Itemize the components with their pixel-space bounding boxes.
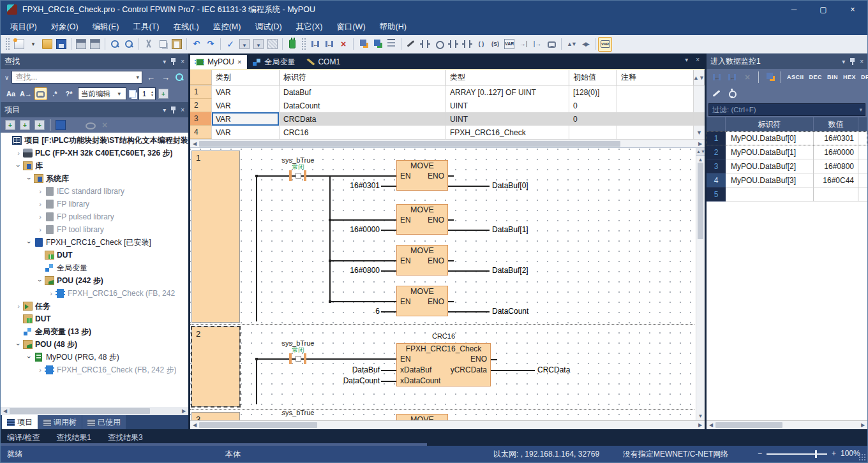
comment-bubble-button[interactable] bbox=[544, 37, 558, 52]
monitor-pin-icon[interactable] bbox=[850, 58, 855, 65]
tree-item[interactable]: ›FPXH_CRC16_Check [已安装] bbox=[1, 236, 188, 249]
variable-row[interactable]: 1VARDataBufARRAY [0..127] OF UINT[128(0)… bbox=[190, 85, 705, 99]
tree-item[interactable]: ›FPXH_CRC16_Check (FB, 242 步) bbox=[1, 364, 188, 376]
tab-close-icon[interactable]: × bbox=[237, 58, 241, 66]
ladder-vscrollbar[interactable]: ▲▼ ▲ ▼ bbox=[696, 148, 705, 420]
resize-grip[interactable] bbox=[858, 453, 866, 461]
menu-item[interactable]: 窗口(W) bbox=[329, 19, 372, 35]
monitor-insert-row-below-button[interactable] bbox=[725, 70, 739, 85]
redo-button[interactable]: ↷ bbox=[204, 37, 218, 52]
paste-button[interactable] bbox=[170, 37, 184, 52]
menu-item[interactable]: 帮助(H) bbox=[373, 19, 414, 35]
split-view-handle[interactable]: ▲▼ bbox=[696, 148, 705, 156]
scrollbar-track[interactable] bbox=[694, 99, 705, 112]
variable-cell[interactable]: 4 bbox=[190, 126, 212, 139]
save-project-button[interactable] bbox=[54, 37, 68, 52]
network-margin-3[interactable]: 3 bbox=[191, 412, 240, 420]
minimize-button[interactable]: ─ bbox=[779, 1, 809, 18]
set-reset-coil-button[interactable]: (S) bbox=[488, 37, 502, 52]
object-layers-button[interactable] bbox=[356, 37, 370, 52]
network-margin-2[interactable]: 2 bbox=[191, 327, 240, 407]
variable-box-button[interactable]: VAR bbox=[502, 37, 516, 52]
match-case-button[interactable]: Aa bbox=[4, 87, 17, 100]
scrollbar-track[interactable] bbox=[694, 85, 705, 99]
tree-expander-icon[interactable]: › bbox=[26, 238, 33, 247]
verify-program-button[interactable] bbox=[266, 37, 280, 52]
monitor-row[interactable]: 5 bbox=[707, 187, 867, 202]
dock-tab-查找结果3[interactable]: 查找结果3 bbox=[108, 432, 143, 443]
variable-cell[interactable] bbox=[617, 112, 694, 126]
tree-item[interactable]: ›POU (242 步) bbox=[1, 274, 188, 287]
monitor-value[interactable]: 16#0C44 bbox=[814, 173, 858, 187]
scrollbar-thumb[interactable] bbox=[199, 141, 620, 147]
variable-cell[interactable]: UINT bbox=[446, 99, 569, 112]
tree-expander-icon[interactable]: › bbox=[15, 161, 22, 170]
project-collapse-icon[interactable]: ▾ bbox=[163, 107, 166, 114]
print-preview-button[interactable] bbox=[74, 37, 88, 52]
find-button[interactable] bbox=[108, 37, 122, 52]
scroll-right-icon[interactable]: ▶ bbox=[858, 422, 867, 428]
cut-button[interactable] bbox=[142, 37, 156, 52]
scrollbar-thumb[interactable] bbox=[199, 422, 317, 428]
new-file-button[interactable] bbox=[12, 37, 26, 52]
scroll-down-icon[interactable]: ▼ bbox=[696, 413, 705, 419]
monitor-identifier[interactable]: MyPOU.DataBuf[3] bbox=[726, 173, 814, 187]
monitor-row[interactable]: 2MyPOU.DataBuf[1]16#0000 bbox=[707, 145, 867, 159]
scroll-left-icon[interactable]: ◀ bbox=[190, 141, 199, 147]
split-view-handle[interactable]: ▲▼ bbox=[694, 70, 705, 85]
monitor-identifier[interactable]: MyPOU.DataBuf[0] bbox=[726, 131, 814, 145]
ladder-hscrollbar[interactable]: ◀ ▶ bbox=[190, 420, 705, 429]
menu-item[interactable]: 编辑(E) bbox=[86, 19, 126, 35]
monitor-row[interactable]: 3MyPOU.DataBuf[2]16#0800 bbox=[707, 159, 867, 173]
tree-item[interactable]: 全局变量 bbox=[1, 261, 188, 274]
match-word-button[interactable]: A→ bbox=[19, 87, 33, 100]
tree-expander-icon[interactable]: › bbox=[36, 187, 45, 195]
edit-object-button[interactable] bbox=[68, 118, 82, 133]
fb-input-variable[interactable]: DataCount bbox=[329, 376, 380, 385]
wildcard-button[interactable]: ?* bbox=[63, 87, 75, 100]
left-tab-调用树[interactable]: 调用树 bbox=[38, 415, 82, 429]
variable-table-hscrollbar[interactable]: ◀ ▶ bbox=[190, 139, 705, 148]
tree-item[interactable]: ›POU (48 步) bbox=[1, 338, 188, 351]
delete-network-button[interactable]: × bbox=[336, 37, 350, 52]
tree-expander-icon[interactable]: › bbox=[26, 174, 33, 183]
monitor-identifier[interactable] bbox=[726, 187, 814, 202]
scroll-right-icon[interactable]: ▶ bbox=[696, 141, 705, 147]
menu-item[interactable]: 监控(M) bbox=[206, 19, 248, 35]
tree-expander-icon[interactable]: › bbox=[36, 276, 44, 285]
scroll-left-icon[interactable]: ◀ bbox=[1, 408, 10, 414]
find-start-icon[interactable] bbox=[174, 72, 184, 82]
tree-item[interactable]: ›FP tool library bbox=[1, 223, 188, 236]
left-tab-项目[interactable]: 项目 bbox=[2, 415, 38, 429]
tree-item[interactable]: DUT bbox=[1, 249, 188, 261]
tree-expander-icon[interactable]: › bbox=[15, 340, 22, 349]
monitor-row[interactable]: 1MyPOU.DataBuf[0]16#0301 bbox=[707, 131, 867, 145]
format-dft-button[interactable]: DFT bbox=[859, 74, 868, 80]
monitor-identifier[interactable]: MyPOU.DataBuf[2] bbox=[726, 159, 814, 173]
block-input-value[interactable]: 16#0000 bbox=[339, 225, 380, 234]
variable-cell[interactable]: UINT bbox=[446, 112, 569, 126]
variable-cell[interactable] bbox=[617, 99, 694, 112]
scrollbar-thumb[interactable] bbox=[698, 163, 703, 239]
menu-item[interactable]: 项目(P) bbox=[3, 19, 44, 35]
variable-row[interactable]: 3VARCRCDataUINT0 bbox=[190, 112, 705, 126]
move-block[interactable]: MOVEENENO bbox=[396, 245, 448, 276]
close-button[interactable]: × bbox=[838, 1, 867, 18]
monitor-insert-row-button[interactable] bbox=[710, 70, 724, 85]
variable-cell[interactable]: VAR bbox=[212, 99, 280, 112]
contact-normally-open[interactable] bbox=[289, 170, 307, 181]
scroll-right-icon[interactable]: ▶ bbox=[696, 422, 705, 428]
scroll-left-icon[interactable]: ◀ bbox=[707, 422, 715, 428]
zoom-out-button[interactable]: − bbox=[758, 449, 762, 458]
variable-cell[interactable]: VAR bbox=[212, 126, 280, 139]
format-ascii-button[interactable]: ASCII bbox=[785, 74, 806, 80]
monitor-row[interactable]: 4MyPOU.DataBuf[3]16#0C44 bbox=[707, 173, 867, 187]
search-history-dropdown-icon[interactable]: ▾ bbox=[133, 74, 142, 80]
operand-brackets-button[interactable]: ( ) bbox=[474, 37, 488, 52]
monitor-close-icon[interactable]: × bbox=[860, 58, 864, 65]
find-count-spinner[interactable]: ▲▼ bbox=[149, 91, 155, 97]
maximize-button[interactable]: ▢ bbox=[809, 1, 838, 18]
variable-cell[interactable]: CRCData bbox=[280, 112, 446, 126]
ladder-editor[interactable]: ▲▼ ▲ ▼ 1sys_bTrue常闭MOVEENENO16#0301DataB… bbox=[190, 148, 705, 420]
doc-tab-全局变量[interactable]: 全局变量 bbox=[247, 55, 301, 69]
